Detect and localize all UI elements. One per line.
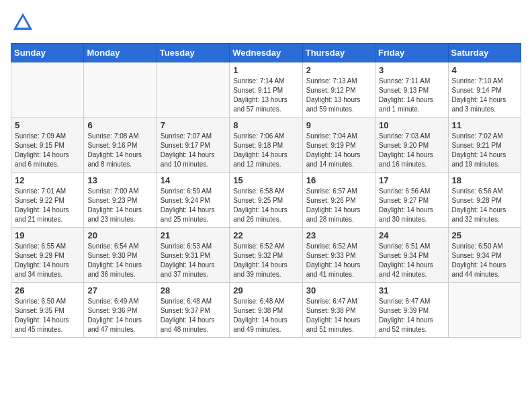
header-tuesday: Tuesday <box>157 44 229 62</box>
day-info: Sunrise: 7:03 AM Sunset: 9:20 PM Dayligh… <box>379 132 444 169</box>
day-number: 27 <box>87 285 152 295</box>
calendar-cell: 24Sunrise: 6:51 AM Sunset: 9:34 PM Dayli… <box>375 228 448 283</box>
calendar-cell: 13Sunrise: 7:00 AM Sunset: 9:23 PM Dayli… <box>84 173 157 228</box>
calendar-week-row: 19Sunrise: 6:55 AM Sunset: 9:29 PM Dayli… <box>11 228 521 283</box>
day-info: Sunrise: 6:47 AM Sunset: 9:38 PM Dayligh… <box>306 297 371 334</box>
day-number: 17 <box>379 175 444 185</box>
day-number: 6 <box>87 120 152 130</box>
day-number: 4 <box>452 65 517 75</box>
calendar-cell <box>84 62 157 118</box>
day-number: 20 <box>87 230 152 240</box>
day-number: 11 <box>452 120 517 130</box>
day-info: Sunrise: 6:56 AM Sunset: 9:27 PM Dayligh… <box>379 187 444 224</box>
day-info: Sunrise: 6:50 AM Sunset: 9:34 PM Dayligh… <box>452 242 517 279</box>
calendar-cell: 6Sunrise: 7:08 AM Sunset: 9:16 PM Daylig… <box>84 118 157 173</box>
day-number: 7 <box>161 120 226 130</box>
day-info: Sunrise: 6:49 AM Sunset: 9:36 PM Dayligh… <box>87 297 152 334</box>
calendar-cell: 14Sunrise: 6:59 AM Sunset: 9:24 PM Dayli… <box>157 173 229 228</box>
header-saturday: Saturday <box>448 44 521 62</box>
calendar-cell: 11Sunrise: 7:02 AM Sunset: 9:21 PM Dayli… <box>448 118 521 173</box>
calendar-cell: 29Sunrise: 6:48 AM Sunset: 9:38 PM Dayli… <box>230 283 302 338</box>
calendar-cell: 17Sunrise: 6:56 AM Sunset: 9:27 PM Dayli… <box>375 173 448 228</box>
calendar-cell: 20Sunrise: 6:54 AM Sunset: 9:30 PM Dayli… <box>84 228 157 283</box>
day-info: Sunrise: 7:13 AM Sunset: 9:12 PM Dayligh… <box>306 77 371 114</box>
day-info: Sunrise: 7:02 AM Sunset: 9:21 PM Dayligh… <box>452 132 517 169</box>
day-info: Sunrise: 7:07 AM Sunset: 9:17 PM Dayligh… <box>161 132 226 169</box>
calendar-cell: 4Sunrise: 7:10 AM Sunset: 9:14 PM Daylig… <box>448 62 521 118</box>
calendar-week-row: 5Sunrise: 7:09 AM Sunset: 9:15 PM Daylig… <box>11 118 521 173</box>
calendar-cell: 8Sunrise: 7:06 AM Sunset: 9:18 PM Daylig… <box>230 118 302 173</box>
header-monday: Monday <box>84 44 157 62</box>
day-number: 15 <box>233 175 298 185</box>
day-info: Sunrise: 6:54 AM Sunset: 9:30 PM Dayligh… <box>87 242 152 279</box>
day-number: 29 <box>233 285 298 295</box>
day-info: Sunrise: 6:51 AM Sunset: 9:34 PM Dayligh… <box>379 242 444 279</box>
day-number: 22 <box>233 230 298 240</box>
day-info: Sunrise: 7:09 AM Sunset: 9:15 PM Dayligh… <box>15 132 80 169</box>
day-number: 5 <box>15 120 80 130</box>
day-info: Sunrise: 6:47 AM Sunset: 9:39 PM Dayligh… <box>379 297 444 334</box>
day-number: 18 <box>452 175 517 185</box>
calendar-cell: 10Sunrise: 7:03 AM Sunset: 9:20 PM Dayli… <box>375 118 448 173</box>
calendar-cell: 25Sunrise: 6:50 AM Sunset: 9:34 PM Dayli… <box>448 228 521 283</box>
header-wednesday: Wednesday <box>230 44 302 62</box>
day-number: 16 <box>306 175 371 185</box>
calendar-cell: 23Sunrise: 6:52 AM Sunset: 9:33 PM Dayli… <box>302 228 375 283</box>
day-number: 2 <box>306 65 371 75</box>
calendar-cell: 1Sunrise: 7:14 AM Sunset: 9:11 PM Daylig… <box>230 62 302 118</box>
calendar-cell: 2Sunrise: 7:13 AM Sunset: 9:12 PM Daylig… <box>302 62 375 118</box>
day-number: 3 <box>379 65 444 75</box>
calendar-cell: 31Sunrise: 6:47 AM Sunset: 9:39 PM Dayli… <box>375 283 448 338</box>
calendar-cell <box>11 62 84 118</box>
day-number: 8 <box>233 120 298 130</box>
calendar-header-row: SundayMondayTuesdayWednesdayThursdayFrid… <box>11 44 521 62</box>
day-number: 19 <box>15 230 80 240</box>
calendar-cell: 19Sunrise: 6:55 AM Sunset: 9:29 PM Dayli… <box>11 228 84 283</box>
calendar-cell: 7Sunrise: 7:07 AM Sunset: 9:17 PM Daylig… <box>157 118 229 173</box>
day-number: 12 <box>15 175 80 185</box>
day-info: Sunrise: 6:52 AM Sunset: 9:33 PM Dayligh… <box>306 242 371 279</box>
header-friday: Friday <box>375 44 448 62</box>
day-number: 13 <box>87 175 152 185</box>
calendar-week-row: 26Sunrise: 6:50 AM Sunset: 9:35 PM Dayli… <box>11 283 521 338</box>
day-number: 25 <box>452 230 517 240</box>
day-number: 14 <box>161 175 226 185</box>
calendar-cell: 9Sunrise: 7:04 AM Sunset: 9:19 PM Daylig… <box>302 118 375 173</box>
day-info: Sunrise: 7:04 AM Sunset: 9:19 PM Dayligh… <box>306 132 371 169</box>
calendar-cell: 22Sunrise: 6:52 AM Sunset: 9:32 PM Dayli… <box>230 228 302 283</box>
day-info: Sunrise: 7:11 AM Sunset: 9:13 PM Dayligh… <box>379 77 444 114</box>
day-info: Sunrise: 7:08 AM Sunset: 9:16 PM Dayligh… <box>87 132 152 169</box>
calendar-cell: 30Sunrise: 6:47 AM Sunset: 9:38 PM Dayli… <box>302 283 375 338</box>
day-info: Sunrise: 6:48 AM Sunset: 9:38 PM Dayligh… <box>233 297 298 334</box>
calendar-cell: 18Sunrise: 6:56 AM Sunset: 9:28 PM Dayli… <box>448 173 521 228</box>
day-number: 31 <box>379 285 444 295</box>
day-info: Sunrise: 7:06 AM Sunset: 9:18 PM Dayligh… <box>233 132 298 169</box>
calendar-week-row: 12Sunrise: 7:01 AM Sunset: 9:22 PM Dayli… <box>11 173 521 228</box>
day-number: 21 <box>161 230 226 240</box>
calendar-cell: 3Sunrise: 7:11 AM Sunset: 9:13 PM Daylig… <box>375 62 448 118</box>
calendar-cell: 27Sunrise: 6:49 AM Sunset: 9:36 PM Dayli… <box>84 283 157 338</box>
calendar-cell: 28Sunrise: 6:48 AM Sunset: 9:37 PM Dayli… <box>157 283 229 338</box>
header-thursday: Thursday <box>302 44 375 62</box>
calendar-cell <box>448 283 521 338</box>
day-number: 24 <box>379 230 444 240</box>
header-sunday: Sunday <box>11 44 84 62</box>
day-number: 30 <box>306 285 371 295</box>
day-number: 9 <box>306 120 371 130</box>
day-info: Sunrise: 6:59 AM Sunset: 9:24 PM Dayligh… <box>161 187 226 224</box>
day-info: Sunrise: 6:56 AM Sunset: 9:28 PM Dayligh… <box>452 187 517 224</box>
day-info: Sunrise: 6:53 AM Sunset: 9:31 PM Dayligh… <box>161 242 226 279</box>
day-info: Sunrise: 6:48 AM Sunset: 9:37 PM Dayligh… <box>161 297 226 334</box>
calendar-week-row: 1Sunrise: 7:14 AM Sunset: 9:11 PM Daylig… <box>11 62 521 118</box>
calendar-cell: 21Sunrise: 6:53 AM Sunset: 9:31 PM Dayli… <box>157 228 229 283</box>
calendar-cell: 15Sunrise: 6:58 AM Sunset: 9:25 PM Dayli… <box>230 173 302 228</box>
day-number: 23 <box>306 230 371 240</box>
day-info: Sunrise: 7:01 AM Sunset: 9:22 PM Dayligh… <box>15 187 80 224</box>
day-info: Sunrise: 7:14 AM Sunset: 9:11 PM Dayligh… <box>233 77 298 114</box>
header <box>11 11 521 35</box>
day-info: Sunrise: 6:55 AM Sunset: 9:29 PM Dayligh… <box>15 242 80 279</box>
calendar-cell: 26Sunrise: 6:50 AM Sunset: 9:35 PM Dayli… <box>11 283 84 338</box>
day-info: Sunrise: 6:50 AM Sunset: 9:35 PM Dayligh… <box>15 297 80 334</box>
calendar-table: SundayMondayTuesdayWednesdayThursdayFrid… <box>11 43 521 338</box>
day-info: Sunrise: 6:52 AM Sunset: 9:32 PM Dayligh… <box>233 242 298 279</box>
